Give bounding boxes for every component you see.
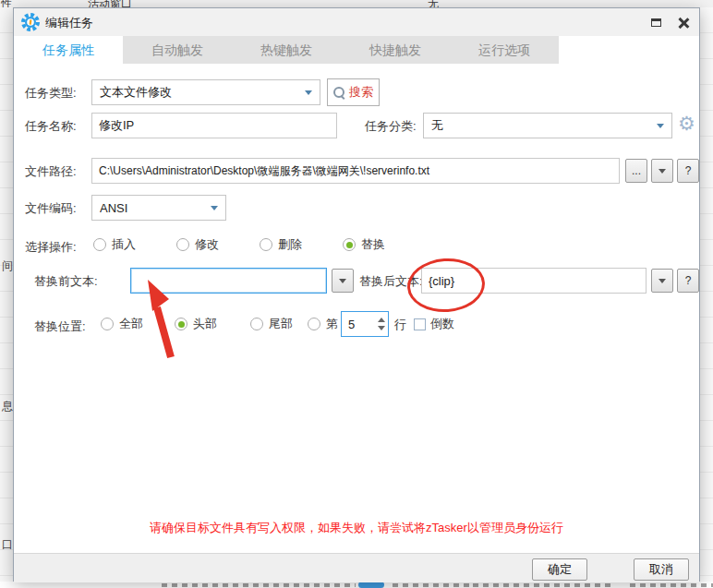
chevron-down-icon [339,279,346,283]
task-type-select[interactable]: 文本文件修改 [91,79,320,105]
bg-text-smudge [630,583,713,587]
file-encoding-select[interactable]: ANSI [91,195,226,221]
bg-fragment: 无 [428,0,439,7]
category-settings-gear-icon[interactable]: ⚙ [678,114,695,133]
screen: 性 活动窗口 无 间 息 口 编辑任务 任务属性 [0,0,713,588]
tab-auto-trigger[interactable]: 自动触发 [123,36,232,64]
file-path-help-button[interactable]: ? [677,159,699,183]
task-category-label: 任务分类: [365,118,417,135]
dialog-footer: 确定 取消 [14,553,699,582]
task-type-label: 任务类型: [25,85,77,102]
radio-insert[interactable]: 插入 [93,236,136,253]
task-name-label: 任务名称: [25,118,77,135]
line-number-value: 5 [342,312,374,336]
replace-position-label: 替换位置: [34,318,86,335]
chevron-down-icon [305,90,312,95]
search-button-label: 搜索 [349,84,373,101]
replace-before-label: 替换前文本: [34,273,98,290]
background-table-header-sliver: 性 活动窗口 无 [0,0,713,7]
background-right-sliver [700,7,713,582]
search-task-type-button[interactable]: 搜索 [327,78,380,106]
radio-icon [250,318,263,330]
stepper-up-icon[interactable] [378,318,385,322]
radio-position-tail[interactable]: 尾部 [250,316,293,332]
radio-position-head[interactable]: 头部 [175,316,217,332]
file-path-label: 文件路径: [25,163,77,180]
file-path-dropdown-button[interactable] [651,159,673,183]
radio-modify-label: 修改 [195,236,219,253]
replace-after-label: 替换后文本: [359,273,423,290]
reverse-count-checkbox[interactable]: 倒数 [414,316,454,332]
radio-tail-label: 尾部 [269,316,293,332]
maximize-button[interactable] [640,8,671,36]
chevron-down-icon [659,279,666,283]
line-unit-label: 行 [394,317,406,333]
task-type-value: 文本文件修改 [100,84,305,101]
bg-fragment: 间 [2,258,13,274]
stepper-arrows[interactable] [374,312,388,336]
close-icon [679,18,689,28]
bg-fragment: 息 [2,399,13,414]
browse-file-button[interactable]: ... [625,159,647,183]
radio-modify[interactable]: 修改 [176,236,219,253]
replace-after-help-button[interactable]: ? [677,269,699,293]
radio-icon [308,318,320,330]
chevron-down-icon [211,206,218,210]
radio-head-label: 头部 [193,316,217,332]
tab-run-options[interactable]: 运行选项 [450,36,559,64]
task-category-value: 无 [431,117,657,134]
radio-selected-icon [343,238,356,251]
replace-before-input[interactable] [130,268,327,294]
operation-label: 选择操作: [25,239,77,256]
bg-fragment: 活动窗口 [88,0,132,7]
toggle-sliver [358,582,384,588]
radio-insert-label: 插入 [112,236,136,253]
cancel-button[interactable]: 取消 [634,558,689,581]
radio-icon [101,318,114,330]
file-encoding-value: ANSI [100,201,211,215]
titlebar[interactable]: 编辑任务 [14,8,699,36]
close-button[interactable] [668,8,699,36]
stepper-down-icon[interactable] [378,326,385,330]
checkbox-icon [414,318,426,330]
radio-replace-label: 替换 [361,236,385,253]
background-left-sliver: 间 息 口 [0,7,13,582]
background-bottom-row-sliver [0,582,713,588]
chevron-down-icon [659,169,666,174]
radio-icon [93,238,106,251]
replace-before-dropdown-button[interactable] [332,269,354,293]
tab-bar: 任务属性 自动触发 热键触发 快捷触发 运行选项 [14,36,559,64]
bg-text-smudge [162,583,356,587]
line-number-stepper[interactable]: 5 [341,311,389,337]
tab-quick-trigger[interactable]: 快捷触发 [341,36,450,64]
file-encoding-label: 文件编码: [25,200,77,217]
dialog-title: 编辑任务 [45,15,93,31]
bg-text-smudge [473,583,611,587]
task-category-select[interactable]: 无 [423,113,672,138]
chevron-down-icon [657,124,664,128]
radio-icon [260,238,272,251]
radio-position-line-n[interactable]: 第 [308,316,338,332]
edit-task-dialog: 编辑任务 任务属性 自动触发 热键触发 快捷触发 运行选项 任务类型: 文本文件… [13,7,700,582]
maximize-icon [651,18,661,27]
tab-hotkey-trigger[interactable]: 热键触发 [232,36,341,64]
bg-fragment: 口 [2,537,13,553]
radio-delete-label: 删除 [278,236,302,253]
replace-after-dropdown-button[interactable] [651,269,673,293]
file-path-input[interactable] [91,158,620,184]
ok-button[interactable]: 确定 [532,558,587,581]
radio-selected-icon [175,318,187,330]
radio-position-all[interactable]: 全部 [101,316,143,332]
radio-replace[interactable]: 替换 [343,236,385,253]
task-name-input[interactable] [91,113,337,138]
bg-fragment: 性 [1,0,12,7]
app-logo-icon [21,13,40,31]
replace-after-input[interactable] [421,268,647,294]
reverse-count-label: 倒数 [430,316,454,332]
radio-line-label: 第 [326,316,338,332]
radio-delete[interactable]: 删除 [260,236,302,253]
tab-task-properties[interactable]: 任务属性 [14,36,123,64]
permission-warning-text: 请确保目标文件具有写入权限，如果失败，请尝试将zTasker以管理员身份运行 [14,520,699,536]
radio-icon [176,238,189,251]
search-icon [333,87,345,99]
